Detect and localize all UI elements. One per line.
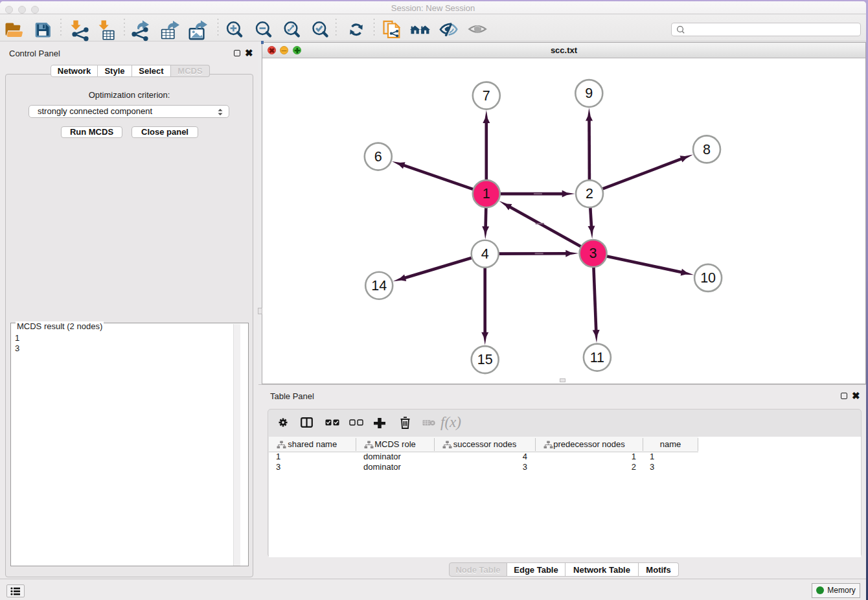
svg-text:14: 14 <box>371 278 387 294</box>
svg-text:15: 15 <box>477 352 493 367</box>
svg-text:9: 9 <box>585 86 593 101</box>
svg-text:11: 11 <box>590 350 604 365</box>
svg-text:6: 6 <box>374 149 382 165</box>
svg-text:3: 3 <box>589 246 597 261</box>
svg-text:4: 4 <box>481 246 489 262</box>
svg-text:10: 10 <box>700 270 716 286</box>
svg-text:8: 8 <box>703 142 711 157</box>
svg-text:1: 1 <box>483 186 490 202</box>
svg-text:2: 2 <box>586 186 593 202</box>
svg-text:7: 7 <box>483 88 490 104</box>
